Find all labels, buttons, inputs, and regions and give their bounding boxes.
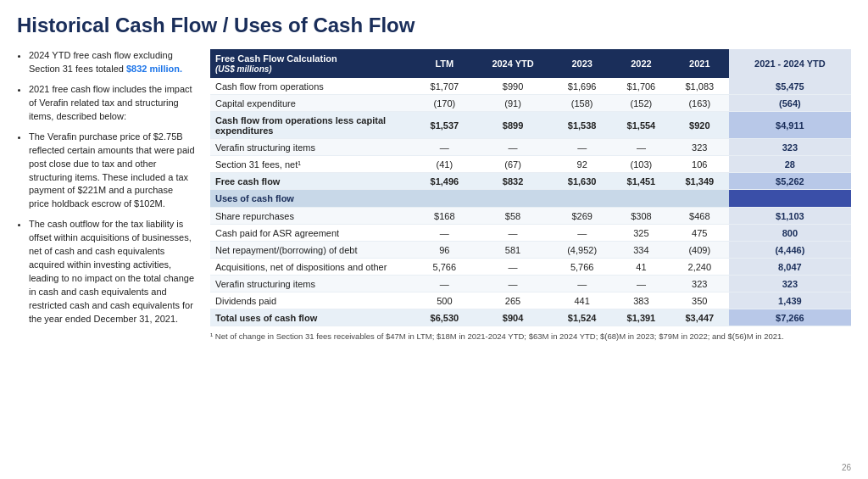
row-ltm: —	[415, 225, 474, 242]
table-row: Dividends paid5002654413833501,439	[210, 292, 851, 309]
col1-subtitle: (US$ millions)	[215, 64, 272, 74]
table-row: Capital expenditure(170)(91)(158)(152)(1…	[210, 95, 851, 112]
row-ltm: 96	[415, 242, 474, 259]
row-2021-2024ytd: $1,103	[729, 208, 851, 225]
table-row: Verafin structuring items————323323	[210, 139, 851, 156]
col-header-2021-2024ytd: 2021 - 2024 YTD	[729, 49, 851, 78]
row-2021: $3,447	[670, 309, 729, 326]
row-2023: $269	[552, 208, 612, 225]
left-panel: 2024 YTD free cash flow excluding Sectio…	[17, 49, 195, 471]
row-2024ytd: (67)	[474, 156, 553, 173]
row-2022: 334	[612, 242, 670, 259]
row-2021-2024ytd: (4,446)	[729, 242, 851, 259]
row-2024ytd: —	[474, 276, 553, 292]
row-2024ytd: (91)	[474, 95, 553, 112]
table-panel: Free Cash Flow Calculation (US$ millions…	[210, 49, 851, 471]
row-2021: 323	[670, 276, 729, 292]
row-ltm: 5,766	[415, 259, 474, 276]
row-2021: 2,240	[670, 259, 729, 276]
row-2021: 106	[670, 156, 729, 173]
col-header-ltm: LTM	[415, 49, 474, 78]
table-row: Cash paid for ASR agreement———325475800	[210, 225, 851, 242]
table-body: Cash flow from operations$1,707$990$1,69…	[210, 78, 851, 326]
table-row: Cash flow from operations less capital e…	[210, 112, 851, 139]
row-2024ytd: $58	[474, 208, 553, 225]
row-2023: —	[552, 225, 612, 242]
row-2022: (103)	[612, 156, 670, 173]
row-2023: —	[552, 139, 612, 156]
row-2022: $1,554	[612, 112, 670, 139]
row-2021: $468	[670, 208, 729, 225]
table-row: Section 31 fees, net¹(41)(67)92(103)1062…	[210, 156, 851, 173]
row-2021: 475	[670, 225, 729, 242]
row-2022: $1,706	[612, 78, 670, 95]
row-label: Cash paid for ASR agreement	[210, 225, 415, 242]
footnote: ¹ Net of change in Section 31 fees recei…	[210, 331, 851, 343]
row-ltm: (41)	[415, 156, 474, 173]
row-label: Total uses of cash flow	[210, 309, 415, 326]
row-label: Share repurchases	[210, 208, 415, 225]
row-ltm: —	[415, 276, 474, 292]
row-2023: $1,696	[552, 78, 612, 95]
row-label: Section 31 fees, net¹	[210, 156, 415, 173]
bullet-4: The cash outflow for the tax liability i…	[29, 218, 195, 326]
bullet-3: The Verafin purchase price of $2.75B ref…	[29, 131, 195, 212]
row-2022: 41	[612, 259, 670, 276]
row-2022: 383	[612, 292, 670, 309]
row-label: Capital expenditure	[210, 95, 415, 112]
row-2021: $920	[670, 112, 729, 139]
row-2021-2024ytd: (564)	[729, 95, 851, 112]
row-2023: 441	[552, 292, 612, 309]
row-ltm: $1,537	[415, 112, 474, 139]
row-2023: (4,952)	[552, 242, 612, 259]
row-2022: $1,391	[612, 309, 670, 326]
row-2023: 92	[552, 156, 612, 173]
row-ltm: $1,496	[415, 173, 474, 190]
row-label: Verafin structuring items	[210, 139, 415, 156]
row-2024ytd: —	[474, 225, 553, 242]
page-number: 26	[842, 463, 851, 472]
row-ltm: $1,707	[415, 78, 474, 95]
row-2021-2024ytd: 28	[729, 156, 851, 173]
row-label: Verafin structuring items	[210, 276, 415, 292]
row-label: Cash flow from operations	[210, 78, 415, 95]
table-row: Verafin structuring items————323323	[210, 276, 851, 292]
row-2021-2024ytd: $7,266	[729, 309, 851, 326]
row-2022: $308	[612, 208, 670, 225]
col-header-2022: 2022	[612, 49, 670, 78]
row-ltm: (170)	[415, 95, 474, 112]
row-2021: $1,083	[670, 78, 729, 95]
col-header-2024ytd: 2024 YTD	[474, 49, 553, 78]
section-label: Uses of cash flow	[210, 190, 729, 208]
row-2022: (152)	[612, 95, 670, 112]
row-label: Free cash flow	[210, 173, 415, 190]
table-row: Total uses of cash flow$6,530$904$1,524$…	[210, 309, 851, 326]
row-2021-2024ytd: 1,439	[729, 292, 851, 309]
row-2022: —	[612, 139, 670, 156]
table-row: Net repayment/(borrowing) of debt96581(4…	[210, 242, 851, 259]
row-2024ytd: —	[474, 139, 553, 156]
row-2024ytd: $904	[474, 309, 553, 326]
row-2021-2024ytd: $5,475	[729, 78, 851, 95]
bullet-list: 2024 YTD free cash flow excluding Sectio…	[17, 49, 195, 326]
col1-title: Free Cash Flow Calculation	[215, 53, 337, 64]
row-2024ytd: $990	[474, 78, 553, 95]
col-header-2021: 2021	[670, 49, 729, 78]
table-row: Free cash flow$1,496$832$1,630$1,451$1,3…	[210, 173, 851, 190]
page: Historical Cash Flow / Uses of Cash Flow…	[0, 0, 868, 479]
row-2021: 350	[670, 292, 729, 309]
row-2021: (163)	[670, 95, 729, 112]
row-2022: 325	[612, 225, 670, 242]
row-2024ytd: 265	[474, 292, 553, 309]
row-2023: 5,766	[552, 259, 612, 276]
col-header-2023: 2023	[552, 49, 612, 78]
row-2021-2024ytd: 800	[729, 225, 851, 242]
row-label: Cash flow from operations less capital e…	[210, 112, 415, 139]
row-label: Acquisitions, net of dispositions and ot…	[210, 259, 415, 276]
row-2021: $1,349	[670, 173, 729, 190]
row-ltm: 500	[415, 292, 474, 309]
row-2023: $1,524	[552, 309, 612, 326]
row-2021-2024ytd: 323	[729, 139, 851, 156]
row-2021: (409)	[670, 242, 729, 259]
content-row: 2024 YTD free cash flow excluding Sectio…	[17, 49, 851, 471]
